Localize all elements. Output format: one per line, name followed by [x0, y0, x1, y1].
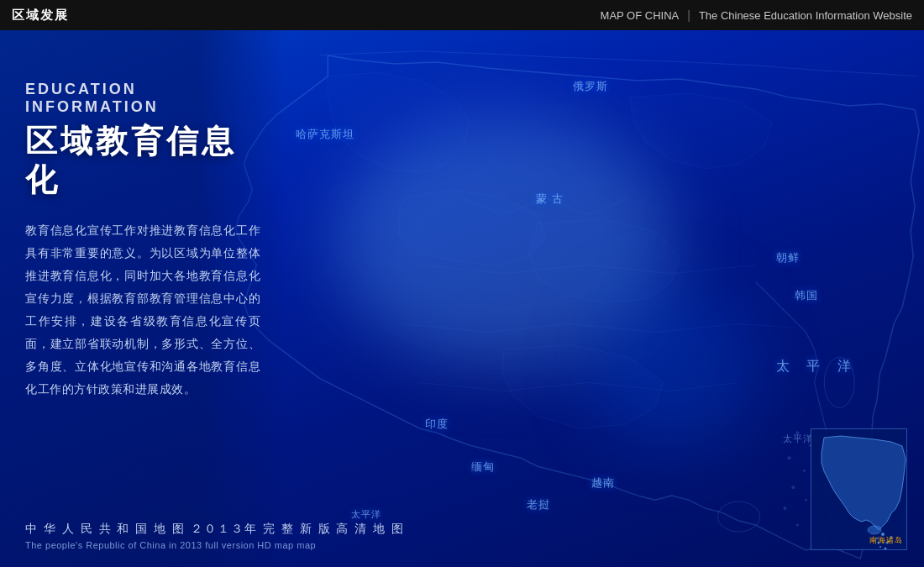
- region-central: [529, 219, 680, 303]
- svg-point-15: [879, 546, 881, 548]
- hainan-outline: [718, 501, 760, 532]
- svg-point-16: [868, 526, 881, 534]
- main-title: 区域教育信息化: [25, 123, 260, 199]
- region-south: [502, 344, 664, 428]
- map-of-china-label[interactable]: MAP OF CHINA: [601, 9, 680, 22]
- edu-info-label: EDUCATION INFORMATION: [25, 81, 260, 116]
- taiwan-outline: [824, 357, 854, 407]
- separator: |: [687, 8, 690, 22]
- site-name: 区域发展: [12, 8, 69, 24]
- province-line-3: [403, 323, 797, 332]
- region-xinjiang: [328, 72, 470, 173]
- bottom-title-en: The people's Republic of China in 2013 f…: [25, 540, 405, 550]
- site-name-en[interactable]: The Chinese Education Information Websit…: [699, 9, 912, 22]
- south-china-sea-islands: [783, 431, 811, 526]
- label-pacific-east: 太平洋: [783, 433, 813, 445]
- mini-map-inner: 南海诸岛: [811, 429, 906, 549]
- region-tibet: [399, 190, 546, 265]
- bottom-left: 中 华 人 民 共 和 国 地 图 ２０１３年 完 整 新 版 高 清 地 图 …: [25, 522, 405, 550]
- svg-point-2: [787, 456, 790, 459]
- description-text: 教育信息化宣传工作对推进教育信息化工作具有非常重要的意义。为以区域为单位整体推进…: [25, 219, 260, 401]
- header: 区域发展 MAP OF CHINA | The Chinese Educatio…: [0, 0, 924, 30]
- svg-point-4: [791, 486, 795, 489]
- mini-map[interactable]: 南海诸岛: [811, 428, 907, 550]
- svg-point-6: [783, 507, 786, 510]
- mini-map-svg: [811, 429, 907, 550]
- mini-map-label: 南海诸岛: [869, 535, 903, 546]
- svg-point-3: [803, 470, 806, 472]
- content-panel: EDUCATION INFORMATION 区域教育信息化 教育信息化宣传工作对…: [0, 30, 286, 567]
- region-northeast: [630, 93, 773, 169]
- svg-point-12: [885, 548, 887, 550]
- svg-point-7: [796, 524, 799, 527]
- svg-point-5: [805, 499, 807, 501]
- header-nav: MAP OF CHINA | The Chinese Education Inf…: [601, 8, 912, 22]
- bottom-title-cn: 中 华 人 民 共 和 国 地 图 ２０１３年 完 整 新 版 高 清 地 图: [25, 522, 405, 537]
